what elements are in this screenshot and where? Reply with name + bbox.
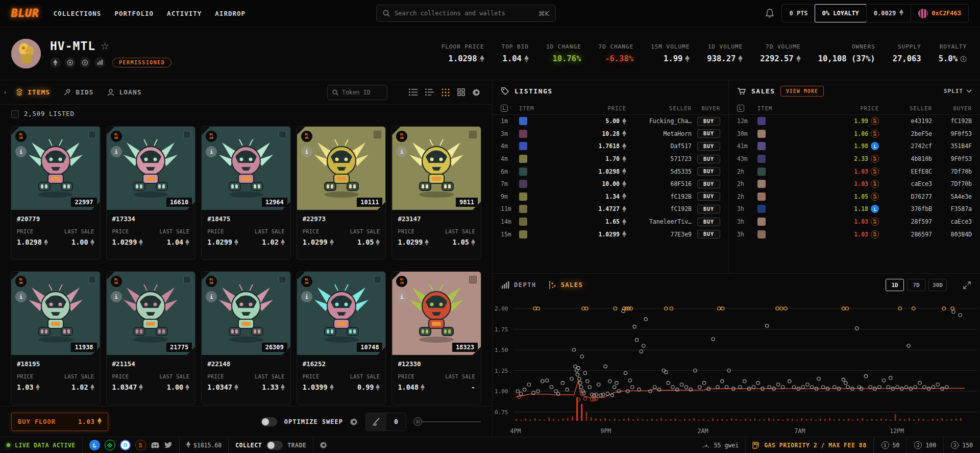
- view-more-button[interactable]: VIEW MORE: [780, 86, 824, 97]
- listing-row[interactable]: 3m 10.28 MetaHorn BUY: [493, 128, 728, 140]
- gas-preset-50[interactable]: 1 50: [874, 437, 907, 453]
- gas-preset-150[interactable]: 3 150: [943, 437, 980, 453]
- card-checkbox[interactable]: [88, 276, 96, 283]
- collapse-left-icon[interactable]: ›: [3, 88, 7, 96]
- disc-icon[interactable]: [80, 57, 90, 68]
- nft-card[interactable]: BLUR i 12964 #18475 PRICE LAST SALE 1.02…: [201, 126, 291, 260]
- buy-button[interactable]: BUY: [697, 167, 720, 176]
- nav-item-collections[interactable]: COLLECTIONS: [54, 10, 102, 17]
- buy-button[interactable]: BUY: [697, 230, 720, 239]
- sale-buyer[interactable]: 9F0f53: [932, 155, 972, 162]
- listing-seller[interactable]: Daf517: [626, 142, 692, 150]
- nft-card[interactable]: BLUR i 26309 #22148 PRICE LAST SALE 1.03…: [201, 271, 291, 405]
- buy-button[interactable]: BUY: [697, 180, 720, 188]
- listing-row[interactable]: 9m 1.34 fC192B BUY: [493, 190, 728, 203]
- listing-row[interactable]: 6m 1.0298 5d5335 BUY: [493, 165, 728, 178]
- card-info-icon[interactable]: i: [396, 291, 407, 302]
- item-thumbnail[interactable]: [519, 218, 527, 226]
- sale-row[interactable]: 2h 1.03 BLUR EEfE8C 7Df70b: [729, 165, 980, 178]
- blur-icon[interactable]: BLUR: [135, 440, 146, 450]
- activity-chart-icon[interactable]: [94, 57, 105, 68]
- item-thumbnail[interactable]: [757, 193, 766, 201]
- sale-seller[interactable]: D76277: [879, 193, 932, 200]
- buy-button[interactable]: BUY: [697, 155, 720, 163]
- global-search[interactable]: ⌘K: [376, 5, 556, 22]
- detail-list-view-icon[interactable]: [425, 88, 434, 96]
- sale-buyer[interactable]: 9F0f53: [932, 130, 972, 137]
- tab-sales[interactable]: SALES: [549, 281, 583, 289]
- item-thumbnail[interactable]: [519, 142, 527, 150]
- item-thumbnail[interactable]: [519, 130, 527, 138]
- card-checkbox[interactable]: [183, 131, 191, 138]
- grid-view-icon-active[interactable]: [442, 88, 450, 97]
- buy-floor-button[interactable]: BUY FLOOR 1.03: [11, 413, 108, 431]
- nft-card[interactable]: BLUR i 9811 #23147 PRICE LAST SALE 1.029…: [391, 126, 481, 260]
- listing-seller[interactable]: 571723: [626, 155, 692, 162]
- sale-buyer[interactable]: 5A4e3e: [932, 193, 972, 200]
- sale-seller[interactable]: 28f597: [879, 218, 932, 225]
- listing-row[interactable]: 11m 1.4727 fC192B BUY: [493, 203, 728, 216]
- sale-row[interactable]: 3h 1.03 BLUR 28f597 caEce3: [729, 216, 980, 228]
- split-dropdown[interactable]: SPLIT: [944, 88, 972, 94]
- item-thumbnail[interactable]: [519, 117, 527, 125]
- nft-card[interactable]: BLUR i 21775 #21154 PRICE LAST SALE 1.03…: [106, 271, 196, 405]
- listing-seller[interactable]: TaneleerTiv…: [626, 218, 692, 225]
- buy-button[interactable]: BUY: [697, 192, 720, 201]
- sale-seller[interactable]: EEfE8C: [879, 168, 932, 175]
- tab-items[interactable]: ITEMS: [15, 88, 50, 97]
- gas-preset-100[interactable]: 2 100: [906, 437, 943, 453]
- sale-buyer[interactable]: fC192B: [932, 117, 972, 125]
- live-toggle-icon[interactable]: L: [501, 105, 508, 112]
- listing-row[interactable]: 1m 5.00 Fucking_Cha… BUY: [493, 115, 728, 128]
- opensea-icon[interactable]: [89, 440, 100, 450]
- card-info-icon[interactable]: i: [301, 291, 312, 302]
- tab-depth[interactable]: DEPTH: [502, 281, 536, 289]
- listing-row[interactable]: 4m 1.7618 Daf517 BUY: [493, 140, 728, 153]
- collection-avatar[interactable]: [11, 39, 41, 68]
- sale-row[interactable]: 43m 2.33 BLUR 4b810b 9F0f53: [729, 153, 980, 165]
- sale-row[interactable]: 30m 1.06 BLUR 2beF5e 9F0f53: [729, 128, 980, 140]
- blur-logo[interactable]: BLUR: [11, 7, 39, 19]
- card-info-icon[interactable]: i: [111, 291, 122, 302]
- card-info-icon[interactable]: i: [301, 146, 312, 157]
- sweep-slider[interactable]: [413, 413, 481, 431]
- buy-button[interactable]: BUY: [697, 218, 720, 226]
- nft-card[interactable]: BLUR i 22997 #20779 PRICE LAST SALE 1.02…: [11, 126, 101, 260]
- optimize-sweep-toggle[interactable]: [261, 417, 277, 426]
- card-info-icon[interactable]: i: [111, 146, 122, 157]
- sweep-settings-gear-icon[interactable]: [350, 418, 358, 426]
- item-thumbnail[interactable]: [757, 180, 766, 188]
- item-thumbnail[interactable]: [757, 168, 766, 176]
- large-grid-view-icon[interactable]: [457, 88, 465, 96]
- live-toggle-icon[interactable]: L: [737, 105, 744, 112]
- listing-row[interactable]: 14m 1.65 TaneleerTiv… BUY: [493, 216, 728, 228]
- item-thumbnail[interactable]: [519, 168, 527, 176]
- token-id-search[interactable]: [327, 85, 387, 100]
- sale-row[interactable]: 3h 1.18 376fbB F3587a: [729, 203, 980, 216]
- nav-item-airdrop[interactable]: AIRDROP: [215, 10, 246, 17]
- sale-row[interactable]: 3h 1.03 BLUR 286597 80384D: [729, 228, 980, 241]
- buy-button[interactable]: BUY: [697, 117, 720, 126]
- card-info-icon[interactable]: i: [396, 146, 407, 157]
- sale-seller[interactable]: 4b810b: [879, 155, 932, 162]
- website-icon[interactable]: [65, 57, 76, 68]
- card-checkbox[interactable]: [279, 276, 286, 283]
- sale-seller[interactable]: 2742cf: [879, 142, 932, 150]
- listing-seller[interactable]: fC192B: [626, 205, 692, 212]
- footer-gear-icon[interactable]: [320, 441, 328, 449]
- item-thumbnail[interactable]: [757, 205, 766, 213]
- sale-row[interactable]: 41m 1.98 2742cf 351B4F: [729, 140, 980, 153]
- card-checkbox[interactable]: [374, 276, 381, 283]
- buy-button[interactable]: BUY: [697, 129, 720, 138]
- discord-icon[interactable]: [151, 442, 160, 449]
- balance-chip[interactable]: 0.0029: [866, 5, 911, 22]
- live-data-status[interactable]: LIVE DATA ACTIVE: [0, 437, 83, 453]
- buy-button[interactable]: BUY: [697, 205, 720, 213]
- card-checkbox[interactable]: [469, 131, 477, 138]
- gas-settings[interactable]: GAS PRIORITY 2 / MAX FEE 88: [746, 437, 873, 453]
- tab-loans[interactable]: LOANS: [107, 88, 141, 97]
- nav-item-activity[interactable]: ACTIVITY: [167, 10, 202, 17]
- listing-row[interactable]: 4m 1.70 571723 BUY: [493, 153, 728, 165]
- twitter-icon[interactable]: [164, 442, 173, 448]
- sale-buyer[interactable]: 351B4F: [932, 142, 972, 150]
